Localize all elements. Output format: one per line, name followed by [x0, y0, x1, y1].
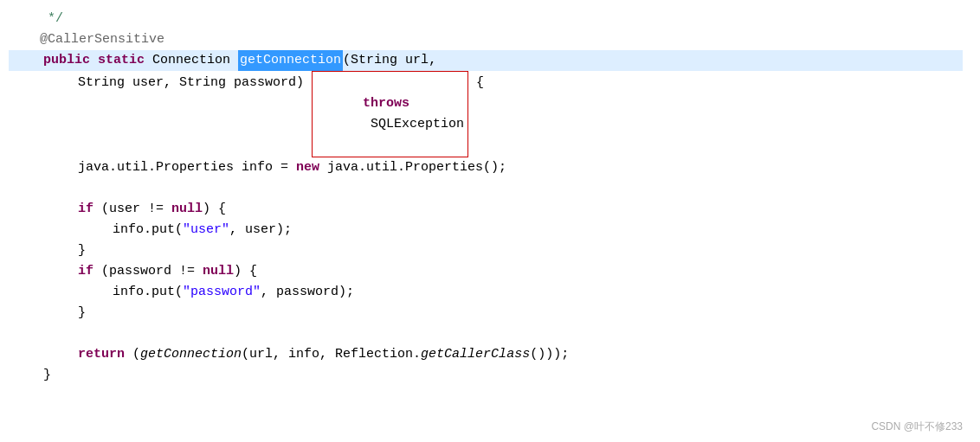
code-line-info-put-user: info.put( "user" , user);	[9, 220, 963, 240]
code-line-if-password: if (password != null ) {	[9, 261, 963, 282]
code-line-info-put-password: info.put( "password" , password);	[9, 282, 963, 303]
code-line-properties: java.util.Properties info = new java.uti…	[9, 157, 963, 178]
code-line-final-brace: }	[9, 365, 963, 386]
get-connection-call: getConnection	[140, 344, 242, 365]
keyword-new: new	[296, 157, 319, 178]
code-line-method-sig2: String user, String password) throws SQL…	[9, 71, 963, 157]
comment-text: */	[9, 9, 63, 29]
info-dot: info.put(	[113, 220, 183, 240]
keyword-public: public	[43, 50, 90, 71]
watermark: CSDN @叶不修233	[871, 419, 963, 435]
open-brace: {	[468, 73, 484, 93]
get-caller-class-call: getCallerClass	[421, 344, 530, 365]
keyword-throws: throws	[363, 96, 409, 111]
throws-box: throws SQLException	[312, 71, 468, 157]
space2: Connection	[145, 50, 238, 71]
comma-user: , user);	[229, 220, 292, 240]
exception-name: SQLException	[363, 117, 464, 131]
final-brace: }	[43, 365, 51, 386]
code-line-blank2	[9, 323, 963, 344]
code-line-blank1	[9, 178, 963, 199]
comma-pass: , password);	[261, 282, 354, 303]
keyword-null2: null	[203, 261, 234, 282]
if-user-open: ) {	[203, 199, 226, 220]
annotation-text: @CallerSensitive	[9, 29, 164, 50]
params-rest: String user, String password)	[78, 73, 312, 93]
if-pass-open: ) {	[234, 261, 257, 282]
code-line-annotation: @CallerSensitive	[9, 29, 963, 50]
space1	[90, 50, 98, 71]
keyword-return: return	[78, 344, 125, 365]
string-user: "user"	[183, 220, 229, 240]
info-dot2: info.put(	[113, 282, 183, 303]
keyword-static: static	[98, 50, 145, 71]
code-line-comment: */	[9, 9, 963, 29]
code-line-close1: }	[9, 240, 963, 261]
return-args: (url, info, Reflection.	[242, 344, 421, 365]
code-line-close2: }	[9, 303, 963, 323]
return-paren: (	[125, 344, 140, 365]
if-user-cond: (user !=	[93, 199, 171, 220]
method-name-selected: getConnection	[238, 50, 343, 71]
brace-close1: }	[78, 240, 86, 261]
properties-decl: java.util.Properties info =	[78, 157, 296, 178]
properties-init: java.util.Properties();	[319, 157, 506, 178]
code-line-if-user: if (user != null ) {	[9, 199, 963, 220]
params-start: (String url,	[343, 50, 436, 71]
code-line-method-sig1: public static Connection getConnection (…	[9, 50, 963, 71]
brace-close2: }	[78, 303, 86, 323]
code-line-return: return ( getConnection (url, info, Refle…	[9, 344, 963, 365]
keyword-if2: if	[78, 261, 93, 282]
keyword-if1: if	[78, 199, 93, 220]
keyword-null1: null	[171, 199, 203, 220]
return-close: ()));	[530, 344, 569, 365]
code-container: */ @CallerSensitive public static Connec…	[0, 0, 980, 442]
if-pass-cond: (password !=	[93, 261, 203, 282]
string-password: "password"	[183, 282, 261, 303]
